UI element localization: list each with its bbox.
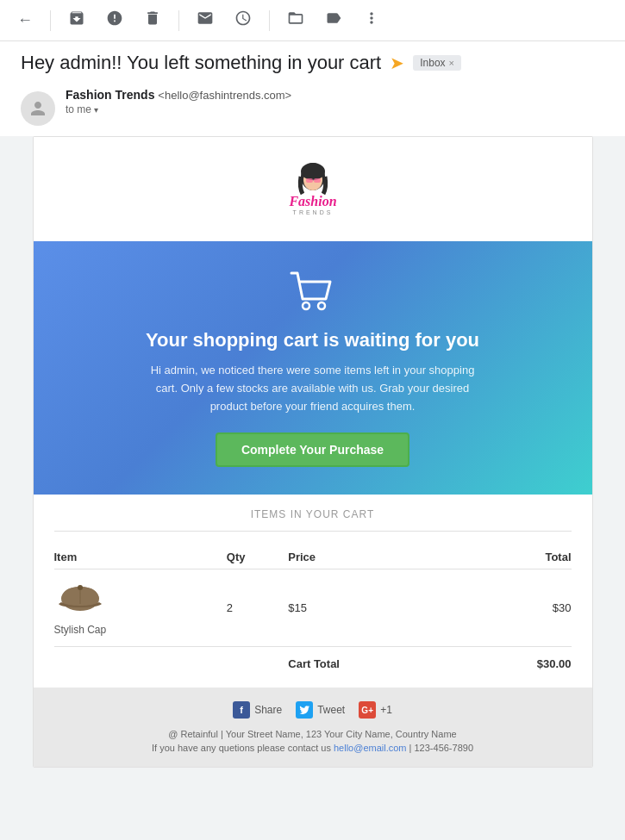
brand-logo: Fashion TRENDS (261, 158, 365, 218)
email-icon[interactable] (193, 6, 217, 34)
gplus-icon: G+ (359, 701, 376, 719)
cart-icon (68, 269, 558, 319)
to-me[interactable]: to me ▾ (66, 103, 604, 115)
hero-title: Your shopping cart is waiting for you (68, 329, 558, 352)
spam-icon[interactable] (103, 6, 127, 34)
move-icon[interactable] (284, 6, 308, 34)
svg-text:TRENDS: TRENDS (292, 209, 333, 215)
cart-table: Item Qty Price Total (54, 545, 572, 681)
col-total: Total (458, 545, 571, 569)
toolbar-divider2 (178, 10, 179, 31)
email-header: Fashion Trends <hello@fashintrends.com> … (0, 81, 625, 136)
cart-total-label: Cart Total (288, 647, 458, 681)
share-label: Share (254, 704, 282, 716)
item-price: $15 (288, 569, 458, 647)
item-total: $30 (458, 569, 571, 647)
toolbar-divider3 (269, 10, 270, 31)
footer-contact: If you have any quetions please contact … (54, 743, 572, 753)
to-me-label: to me (66, 103, 91, 115)
archive-icon[interactable] (65, 6, 89, 34)
gplus-label: +1 (380, 704, 392, 716)
col-price: Price (288, 545, 458, 569)
email-footer: f Share Tweet G+ +1 @ Retainful | Your (34, 688, 592, 767)
cart-section-title: ITEMS IN YOUR CART (54, 508, 572, 520)
svg-rect-3 (306, 178, 313, 183)
logo-area: Fashion TRENDS (34, 137, 592, 241)
contact-pre: If you have any quetions please contact … (152, 743, 331, 753)
main-email-container: Fashion TRENDS Your shopping cart is wai… (0, 136, 625, 788)
cart-total-row: Cart Total $30.00 (54, 647, 572, 681)
col-qty: Qty (227, 545, 289, 569)
clock-icon[interactable] (231, 6, 255, 34)
sender-email: <hello@fashintrends.com> (158, 89, 291, 102)
social-row: f Share Tweet G+ +1 (54, 701, 572, 719)
svg-text:Fashion: Fashion (288, 194, 336, 208)
inbox-badge: Inbox × (413, 55, 461, 71)
svg-point-2 (301, 163, 325, 180)
share-button[interactable]: f Share (233, 701, 282, 719)
contact-email[interactable]: hello@email.com (334, 743, 407, 753)
hero-banner: Your shopping cart is waiting for you Hi… (34, 241, 592, 495)
twitter-icon (296, 701, 313, 719)
subject-title: Hey admin!! You left something in your c… (21, 52, 381, 74)
page-wrapper: ← Hey admin!! You left something in (0, 0, 625, 840)
gplus-button[interactable]: G+ +1 (359, 701, 392, 719)
total-spacer (54, 647, 289, 681)
col-item: Item (54, 545, 227, 569)
tweet-button[interactable]: Tweet (296, 701, 345, 719)
inbox-badge-close[interactable]: × (449, 58, 454, 68)
item-name: Stylish Cap (54, 624, 107, 636)
footer-address: @ Retainful | Your Street Name, 123 Your… (54, 729, 572, 739)
inbox-badge-label: Inbox (420, 57, 445, 69)
delete-icon[interactable] (141, 6, 165, 34)
label-icon[interactable] (322, 6, 346, 34)
toolbar: ← (0, 0, 625, 41)
table-row: Stylish Cap 2 $15 $30 (54, 569, 572, 647)
cta-button[interactable]: Complete Your Purchase (216, 432, 409, 467)
cart-section: ITEMS IN YOUR CART Item Qty Price Total (34, 495, 592, 688)
to-me-arrow: ▾ (94, 105, 98, 115)
contact-phone: | 123-456-7890 (409, 743, 473, 753)
table-header-row: Item Qty Price Total (54, 545, 572, 569)
item-cell: Stylish Cap (54, 569, 227, 647)
facebook-icon: f (233, 701, 250, 719)
item-image (54, 580, 106, 619)
svg-rect-4 (314, 178, 321, 183)
avatar (21, 91, 55, 126)
sender-info: Fashion Trends <hello@fashintrends.com> … (66, 88, 604, 115)
svg-point-8 (303, 302, 309, 309)
section-divider (54, 531, 572, 532)
back-icon[interactable]: ← (14, 8, 36, 33)
sender-name-line: Fashion Trends <hello@fashintrends.com> (66, 88, 604, 102)
tweet-label: Tweet (317, 704, 345, 716)
hero-desc: Hi admin, we noticed there were some ite… (149, 362, 477, 415)
subject-arrow: ➤ (390, 53, 404, 73)
svg-point-9 (318, 302, 325, 309)
subject-area: Hey admin!! You left something in your c… (0, 41, 625, 81)
more-icon[interactable] (359, 6, 384, 34)
email-content-box: Fashion TRENDS Your shopping cart is wai… (33, 136, 593, 768)
toolbar-divider (50, 10, 51, 31)
sender-name: Fashion Trends (66, 88, 154, 102)
cart-total-value: $30.00 (458, 647, 571, 681)
item-qty: 2 (227, 569, 289, 647)
